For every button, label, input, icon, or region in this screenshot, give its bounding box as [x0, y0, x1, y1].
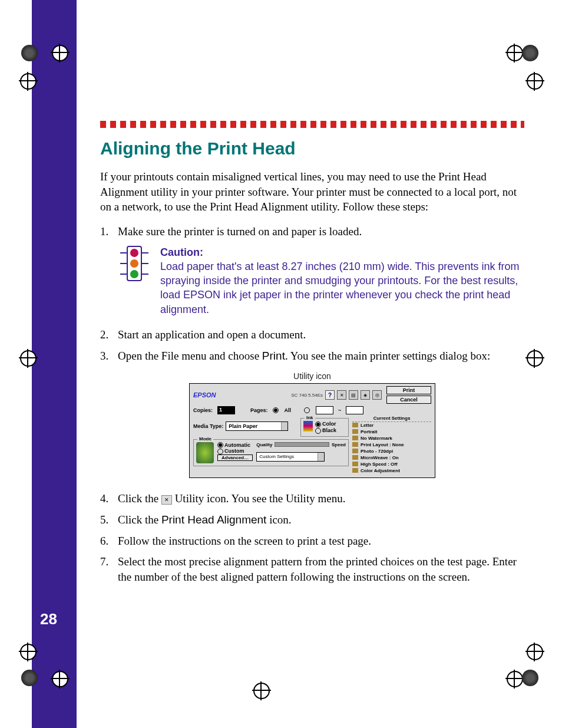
copies-label: Copies:	[193, 407, 213, 413]
step-6: 6. Follow the instructions on the screen…	[100, 533, 524, 549]
copies-row: Copies: 1 Pages: All ~	[190, 405, 435, 416]
cancel-button[interactable]: Cancel	[386, 396, 431, 404]
corner-mark-icon	[21, 45, 38, 61]
dotted-divider	[100, 121, 524, 128]
registration-mark-icon	[52, 45, 68, 61]
step-number: 1.	[100, 224, 118, 239]
cs-microweave: MicroWeave : On	[352, 454, 431, 461]
toolbar-icon[interactable]: ▤	[349, 390, 358, 400]
step-1: 1. Make sure the printer is turned on an…	[100, 224, 524, 239]
step-text: Click the ✕ Utility icon. You see the Ut…	[118, 491, 524, 506]
current-settings-label: Current Settings	[352, 416, 431, 422]
svg-point-2	[130, 259, 138, 268]
speed-label: Speed	[332, 442, 346, 447]
registration-mark-icon	[507, 671, 523, 687]
step-text: Make sure the printer is turned on and p…	[118, 224, 524, 239]
media-type-select[interactable]: Plain Paper	[226, 421, 288, 431]
pages-range-radio[interactable]	[304, 407, 310, 413]
mode-group: Mode Automatic Custom Advanced… Quality	[193, 439, 349, 466]
step-number: 5.	[100, 512, 118, 528]
step-text: Follow the instructions on the screen to…	[118, 533, 524, 549]
mode-label: Mode	[197, 436, 213, 442]
caution-body: Load paper that's at least 8.27 inches (…	[160, 261, 519, 315]
step-number: 3.	[100, 348, 118, 364]
step-7: 7. Select the most precise alignment pat…	[100, 554, 524, 584]
step-number: 6.	[100, 533, 118, 549]
step-text: Open the File menu and choose Print. You…	[118, 348, 524, 364]
page-title: Aligning the Print Head	[100, 139, 524, 159]
utility-icon[interactable]: ✕	[337, 390, 346, 400]
cs-highspeed: High Speed : Off	[352, 461, 431, 467]
intro-paragraph: If your printouts contain misaligned ver…	[100, 169, 524, 215]
cs-portrait: Portrait	[352, 429, 431, 435]
epson-logo: EPSON	[193, 391, 289, 398]
registration-mark-icon	[20, 350, 37, 367]
pages-label: Pages:	[250, 407, 268, 413]
caution-block: Caution: Load paper that's at least 8.27…	[118, 245, 524, 317]
custom-settings-select[interactable]: Custom Settings	[256, 452, 325, 462]
cs-photo: Photo - 720dpi	[352, 448, 431, 454]
toolbar-icon[interactable]: ◈	[361, 390, 370, 400]
step-2: 2. Start an application and open a docum…	[100, 327, 524, 342]
step-number: 4.	[100, 491, 118, 506]
utility-caption: Utility icon	[100, 371, 524, 381]
registration-mark-icon	[20, 644, 37, 660]
registration-mark-icon	[507, 45, 523, 61]
step-4: 4. Click the ✕ Utility icon. You see the…	[100, 491, 524, 506]
print-button[interactable]: Print	[386, 386, 431, 394]
step-text: Start an application and open a document…	[118, 327, 524, 342]
ink-group: Ink Color Black	[300, 418, 349, 436]
page-content: Aligning the Print Head If your printout…	[100, 121, 524, 591]
registration-mark-icon	[527, 73, 543, 90]
page-from-input[interactable]	[316, 406, 333, 414]
help-button[interactable]: ?	[325, 390, 335, 400]
corner-mark-icon	[522, 45, 538, 61]
ink-color-radio[interactable]	[315, 421, 321, 427]
dialog-version: SC 740 5.54Es	[291, 393, 323, 398]
registration-mark-icon	[52, 671, 68, 687]
utility-icon: ✕	[161, 495, 172, 505]
step-text: Click the Print Head Alignment icon.	[118, 512, 524, 528]
cs-coloradj: Color Adjustment	[352, 467, 431, 474]
mode-automatic-radio[interactable]	[217, 442, 223, 448]
ink-black-radio[interactable]	[315, 428, 321, 434]
page-to-input[interactable]	[346, 406, 363, 414]
step-number: 2.	[100, 327, 118, 342]
media-type-label: Media Type:	[193, 423, 223, 429]
step-5: 5. Click the Print Head Alignment icon.	[100, 512, 524, 528]
quality-slider[interactable]	[275, 442, 329, 447]
page-number: 28	[40, 610, 57, 628]
registration-mark-icon	[527, 350, 543, 367]
corner-mark-icon	[21, 670, 38, 686]
advanced-button[interactable]: Advanced…	[217, 454, 253, 461]
caution-text: Caution: Load paper that's at least 8.27…	[160, 245, 524, 317]
registration-mark-icon	[253, 683, 270, 699]
quality-label: Quality	[256, 442, 272, 447]
caution-title: Caution:	[160, 246, 203, 258]
pages-all-radio[interactable]	[273, 407, 279, 413]
cs-layout: Print Layout : None	[352, 442, 431, 448]
corner-mark-icon	[522, 670, 538, 686]
step-3: 3. Open the File menu and choose Print. …	[100, 348, 524, 364]
cs-letter: Letter	[352, 422, 431, 429]
pages-all-label: All	[285, 407, 292, 413]
cs-watermark: No Watermark	[352, 435, 431, 442]
svg-point-1	[130, 249, 138, 257]
ink-label: Ink	[305, 415, 315, 420]
print-dialog: EPSON SC 740 5.54Es ? ✕ ▤ ◈ ◎ Print Canc…	[189, 383, 435, 478]
step-text: Select the most precise alignment patter…	[118, 554, 524, 584]
dialog-titlebar: EPSON SC 740 5.54Es ? ✕ ▤ ◈ ◎ Print Canc…	[190, 384, 435, 405]
mode-custom-radio[interactable]	[217, 449, 223, 454]
traffic-light-icon	[118, 245, 151, 317]
range-separator: ~	[338, 407, 341, 413]
step-number: 7.	[100, 554, 118, 584]
registration-mark-icon	[527, 644, 543, 660]
registration-mark-icon	[20, 73, 37, 90]
mode-icon	[196, 442, 214, 463]
ink-icon	[303, 421, 313, 431]
svg-point-3	[130, 270, 138, 278]
toolbar-icon[interactable]: ◎	[372, 390, 382, 400]
copies-input[interactable]: 1	[217, 406, 235, 414]
